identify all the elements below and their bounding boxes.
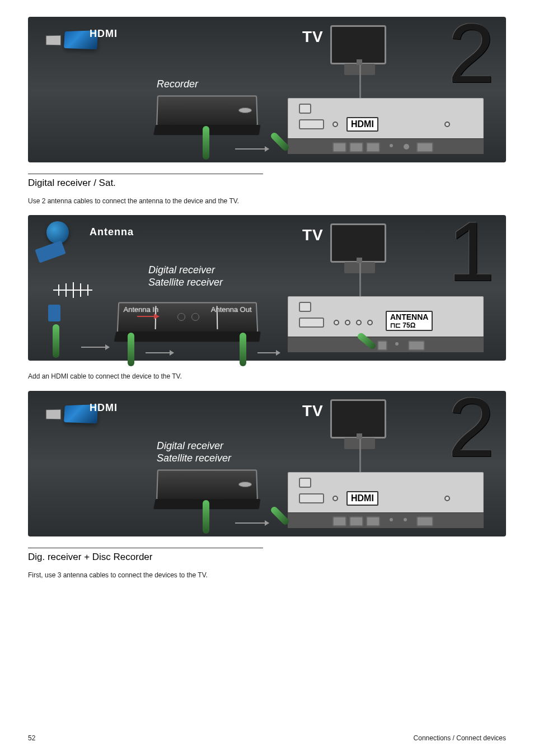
- receiver-device-icon: [156, 469, 258, 500]
- tv-label: TV: [302, 402, 324, 420]
- cable-into-port-icon: [270, 132, 291, 152]
- arrow-icon: [146, 352, 174, 353]
- page-number: 52: [28, 734, 35, 742]
- hdmi-connector-icon: [36, 399, 98, 430]
- connector-label: HDMI: [90, 402, 118, 414]
- tv-label: TV: [302, 226, 324, 244]
- body-text-antenna: Use 2 antenna cables to connect the ante…: [28, 197, 263, 206]
- arrow-icon: [235, 522, 269, 524]
- tv-port-panel: ANTENNA ⊓⊏ 75Ω: [288, 296, 484, 352]
- hdmi-connector-icon: [36, 25, 98, 56]
- step-number: 2: [448, 385, 495, 469]
- svg-marker-6: [137, 314, 160, 319]
- chapter-label: Connections / Connect devices: [414, 734, 506, 742]
- tv-icon: [330, 223, 386, 263]
- recorder-device-icon: [156, 96, 258, 126]
- connector-label: Antenna: [90, 226, 134, 238]
- body-text-3-antenna: First, use 3 antenna cables to connect t…: [28, 571, 263, 580]
- section-heading-digital-receiver: Digital receiver / Sat.: [28, 174, 263, 193]
- connector-label: HDMI: [90, 28, 118, 40]
- antenna-cable-icon: [128, 333, 134, 366]
- device-label-line1: Digital receiver: [148, 264, 215, 276]
- antenna-cable-icon: [53, 324, 59, 358]
- tv-label: TV: [302, 28, 324, 46]
- device-label-line1: Digital receiver: [157, 440, 223, 452]
- step-number: 2: [448, 11, 495, 95]
- device-label: Recorder: [157, 78, 198, 90]
- diagram-receiver-antenna: 1 Antenna Digital receiver Satellite rec…: [28, 215, 506, 361]
- hdmi-cable-icon: [203, 500, 209, 534]
- arrow-icon: [257, 352, 280, 353]
- body-text-hdmi: Add an HDMI cable to connect the device …: [28, 372, 263, 381]
- tv-port-panel: HDMI: [288, 98, 484, 154]
- hdmi-port-label: HDMI: [346, 491, 378, 506]
- rf-plug-icon: [48, 305, 60, 321]
- tv-icon: [330, 399, 386, 438]
- tv-port-panel: HDMI: [288, 472, 484, 528]
- hdmi-cable-icon: [203, 126, 209, 160]
- section-heading-dig-receiver-recorder: Dig. receiver + Disc Recorder: [28, 548, 263, 567]
- step-number: 1: [448, 209, 495, 293]
- antenna-port-label: ANTENNA ⊓⊏ 75Ω: [386, 311, 433, 331]
- page-footer: 52 Connections / Connect devices: [28, 734, 506, 742]
- diagram-recorder-hdmi: 2 HDMI Recorder TV HDMI: [28, 17, 506, 162]
- arrow-icon: [235, 148, 269, 150]
- cable-into-port-icon: [270, 505, 291, 526]
- arrow-icon: [137, 311, 160, 312]
- roof-antenna-icon: [50, 282, 95, 298]
- hdmi-port-label: HDMI: [346, 117, 378, 132]
- antenna-cable-icon: [240, 333, 246, 366]
- tv-icon: [330, 25, 386, 64]
- device-label-line2: Satellite receiver: [157, 452, 231, 464]
- antenna-connector-icon: [36, 223, 70, 246]
- cable-into-port-icon: [357, 332, 377, 351]
- arrow-icon: [81, 347, 109, 348]
- diagram-receiver-hdmi: 2 HDMI Digital receiver Satellite receiv…: [28, 391, 506, 536]
- device-label-line2: Satellite receiver: [148, 277, 223, 288]
